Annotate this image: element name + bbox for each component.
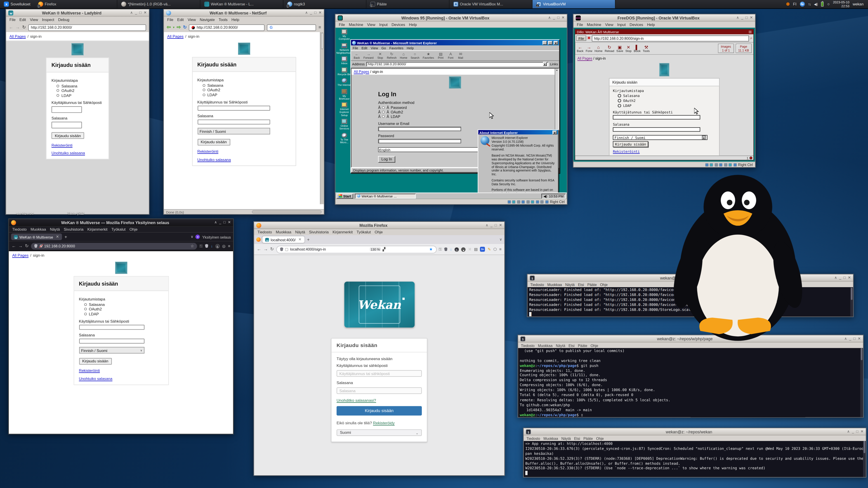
about-dialog-titlebar[interactable]: About Internet Explorer ✕ [478, 130, 558, 135]
hp-tray-icon[interactable]: hp [800, 2, 805, 6]
menu-item[interactable]: Muokkaa [547, 283, 562, 286]
password-input[interactable] [52, 122, 82, 128]
url-bar[interactable]: http://192.168.0.20:8000/ [189, 24, 265, 31]
page-info-icon[interactable]: ▢ [285, 247, 288, 252]
taskbar-window-button[interactable]: Oracle VM VirtualBox M... [450, 0, 532, 8]
url-bar[interactable]: http://192.168.0.20:8000/ [28, 24, 146, 31]
maximize-button[interactable]: □ [223, 220, 225, 225]
menu-item[interactable]: Go [381, 46, 386, 50]
close-button[interactable]: ✕ [554, 41, 558, 44]
close-button[interactable]: ✕ [499, 223, 502, 228]
terminal-scrollbar[interactable] [863, 441, 866, 477]
reload-icon[interactable]: ↻ [270, 247, 274, 252]
dillo-toolbar-button[interactable]: ✕ Stop [625, 46, 631, 53]
menu-item[interactable]: Muokkaa [544, 436, 558, 440]
menu-item[interactable]: Sivuhistoria [64, 228, 84, 231]
menu-item[interactable]: View [371, 46, 378, 50]
taskbar-window-button[interactable]: 2 VirtualBoxVM [532, 0, 615, 8]
back-icon[interactable]: ← [11, 243, 16, 249]
vbox-optical-icon[interactable] [512, 200, 516, 203]
extension-card-icon[interactable]: ▤ [474, 247, 477, 252]
ie-toolbar-button[interactable]: ← Back [352, 52, 362, 60]
menu-item[interactable]: Kirjanmerkit [87, 228, 107, 231]
dillo-toolbar-button[interactable]: ← Back [577, 46, 583, 53]
url-bar[interactable]: ▢ localhost:4000/sign-in 130 % ▞ ★ [276, 246, 436, 253]
menu-icon[interactable]: ≡ [318, 25, 321, 30]
auth-method-option[interactable]: OAuth2 [618, 99, 640, 103]
signin-button[interactable]: Kirjaudu sisään [197, 138, 230, 145]
tab-close-icon[interactable]: ✕ [56, 234, 59, 239]
ie-toolbar-button[interactable]: ▤ Print [436, 52, 445, 60]
menu-item[interactable]: Näytä [561, 436, 571, 440]
downloads-icon[interactable]: ↓ [211, 244, 213, 248]
vbox-usb-icon[interactable] [526, 200, 530, 203]
close-button[interactable]: ✕ [848, 275, 851, 280]
close-button[interactable]: ✕ [144, 11, 147, 15]
auth-method-option[interactable]: OAuth2 [57, 89, 77, 92]
firefox-icon[interactable] [256, 237, 261, 242]
all-pages-link[interactable]: All Pages [577, 57, 592, 61]
vpn-shield-badge[interactable]: 9+ [480, 247, 485, 252]
username-input[interactable] [337, 370, 422, 377]
search-icon[interactable]: ⌕ [750, 36, 752, 40]
terminal-scrollbar[interactable] [850, 287, 853, 317]
close-button[interactable]: ✕ [861, 429, 864, 434]
menu-item[interactable]: Help [647, 23, 655, 26]
shade-button[interactable]: ∧ [305, 11, 308, 15]
auth-method-option[interactable]: LDAP [57, 93, 77, 97]
dillo-toolbar-button[interactable]: → Forw [586, 46, 592, 53]
adblock-shield-icon[interactable] [205, 244, 209, 248]
username-input[interactable] [378, 127, 461, 131]
vbox-titlebar[interactable]: Windows 95 [Running] - Oracle VM Virtual… [336, 14, 567, 22]
minimize-button[interactable]: _ [542, 41, 547, 44]
vbox-titlebar[interactable]: DOS FreeDOS [Running] - Oracle VM Virtua… [574, 14, 755, 22]
dillo-toolbar-button[interactable]: ⌂ Home [594, 46, 602, 53]
register-link[interactable]: Rekisteröinti [197, 149, 218, 153]
win95-desktop-icon[interactable]: Internet Explorer Setup [337, 103, 351, 117]
close-button[interactable]: ✕ [858, 336, 861, 341]
active-tab[interactable]: WeKan ® Multiverse✕ [11, 233, 62, 240]
horizontal-scrollbar[interactable] [252, 210, 322, 214]
vbox-display-icon[interactable] [507, 200, 511, 203]
menu-item[interactable]: Ohje [591, 344, 598, 347]
close-button[interactable]: ✕ [553, 130, 557, 134]
file-button[interactable]: File [576, 35, 586, 41]
menu-item[interactable]: Pääte [578, 344, 587, 347]
maximize-button[interactable]: □ [853, 336, 856, 341]
menu-item[interactable]: Näytä [295, 230, 305, 234]
ie-toolbar-button[interactable]: ★ Favorites [421, 52, 436, 60]
win95-desktop-icon[interactable]: Network Neighborhood [337, 43, 351, 54]
shade-button[interactable]: ∧ [834, 275, 837, 280]
username-input[interactable] [613, 115, 700, 120]
vbox-network-icon[interactable] [522, 200, 525, 203]
auth-method-option[interactable]: OAuth2 [202, 88, 223, 92]
menu-item[interactable]: Devices [629, 23, 643, 26]
win95-desktop-icon[interactable]: Recycle Bin [337, 67, 351, 76]
ie-toolbar-button[interactable]: ↻ Refresh [385, 52, 398, 60]
register-link[interactable]: Rekisteröinti [613, 150, 640, 153]
all-pages-link[interactable]: All Pages [167, 34, 184, 38]
menu-item[interactable]: Favorites [389, 46, 403, 50]
ie-toolbar-button[interactable]: ✕ Stop [375, 52, 385, 60]
close-button[interactable]: ✕ [562, 15, 565, 20]
maximize-button[interactable]: □ [548, 41, 553, 44]
tab-list-dropdown-icon[interactable]: ∨ [499, 237, 502, 242]
win95-desktop-icon[interactable]: To The Micro... [337, 133, 351, 144]
menu-item[interactable]: Machine [587, 23, 601, 26]
menu-item[interactable]: Help [231, 18, 239, 22]
ie-toolbar-button[interactable]: ✉ Mail [456, 52, 465, 60]
menu-item[interactable]: Edit [362, 46, 367, 50]
login-button[interactable]: Log In [378, 156, 395, 162]
vertical-scrollbar[interactable] [320, 32, 324, 204]
auth-method-option[interactable]: OAuth2 [84, 307, 105, 311]
new-tab-button[interactable]: + [307, 237, 309, 242]
auth-method-option[interactable]: LDAP [84, 312, 105, 316]
all-pages-link[interactable]: All Pages [9, 34, 26, 38]
menu-item[interactable]: Help [409, 23, 417, 26]
forward-icon[interactable]: → [264, 247, 268, 252]
auth-method-option[interactable]: ÂÂOAuth2 [378, 110, 407, 113]
register-link[interactable]: Rekisteröidy [373, 421, 395, 426]
address-dropdown-icon[interactable]: ▼ [543, 62, 547, 66]
back-icon[interactable]: ← [9, 25, 13, 30]
menu-item[interactable]: Ohje [375, 230, 383, 234]
